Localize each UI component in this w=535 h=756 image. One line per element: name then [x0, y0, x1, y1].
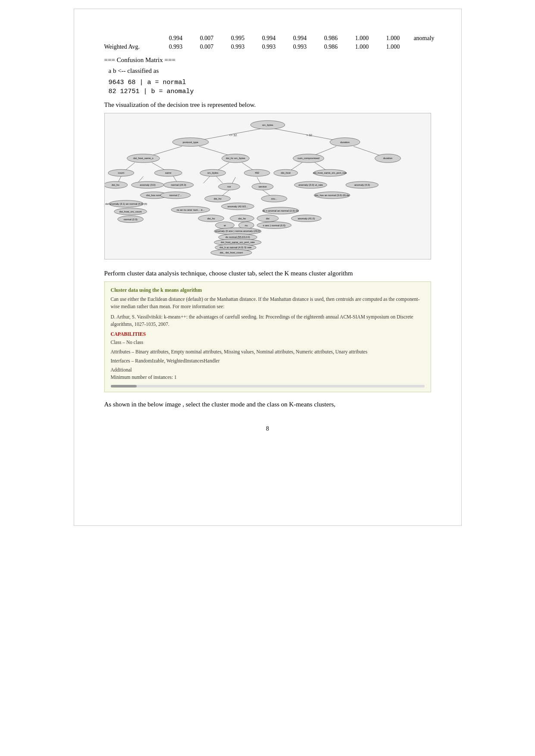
svg-text:dst_host_same_src_port_rate: dst_host_same_src_port_rate [220, 241, 254, 244]
stats-row1-val7: 1.000 [347, 35, 378, 42]
stats-row1-val1: 0.994 [160, 35, 191, 42]
cluster-box-body1: Can use either the Euclidean distance (d… [111, 296, 425, 311]
svg-text:anomaly (3.0): anomaly (3.0) [140, 184, 155, 186]
svg-text:anomaly (4.0): anomaly (4.0) [354, 184, 369, 186]
matrix-row-1: 9643 68 | a = normal [104, 79, 431, 86]
scrollbar-track[interactable] [111, 385, 425, 387]
svg-text:ns an nu anor  num...  d...: ns an nu anor num... d... [176, 209, 204, 211]
svg-text:cou...: cou... [271, 197, 277, 200]
stats-row1-val8: 1.000 [378, 35, 409, 42]
svg-text:src_bytes: src_bytes [262, 124, 273, 126]
svg-text:protocol_type: protocol_type [183, 141, 198, 144]
svg-text:dst_hos an normal (3.0) (0) de: dst_hos an normal (3.0) (0) de [315, 194, 350, 197]
svg-text:<= 32: <= 32 [229, 134, 237, 137]
svg-text:anomaly (41.0): anomaly (41.0) [297, 217, 315, 220]
confusion-matrix-title: === Confusion Matrix === [104, 56, 431, 64]
attributes-label: Attributes – Binary attributes, Empty no… [111, 348, 425, 356]
svg-text:nor: nor [227, 185, 231, 188]
svg-text:dst_ho: dst_ho [207, 217, 215, 220]
svg-text:ar: ar [223, 224, 225, 227]
stats-row1-suffix: anomaly [409, 35, 440, 42]
cluster-box-body2: D. Arthur, S. Vassilvitskii: k-means++: … [111, 313, 425, 328]
capabilities-title: CAPABILITIES [111, 331, 425, 338]
stats-row2-val4: 0.993 [253, 44, 285, 50]
stats-row1-val2: 0.007 [191, 35, 222, 42]
svg-text:o  ano  ) normal (0.0): o ano ) normal (0.0) [263, 224, 285, 227]
svg-text:dst anomaly (3.1) an normal (4: dst anomaly (3.1) an normal (4.0) (0) [105, 203, 147, 205]
matrix-row-2: 82 12751 | b = anomaly [104, 88, 431, 95]
decision-tree-svg: <= 32 > 32 src_bytes protocol_type durat… [105, 113, 431, 259]
svg-text:anomaly (3.0) ut_rate: anomaly (3.0) ut_rate [298, 184, 323, 186]
tree-caption: The visualization of the decision tree i… [104, 101, 431, 109]
classified-as-label: a b <-- classified as [104, 67, 431, 75]
stats-row1-val5: 0.994 [285, 35, 316, 42]
svg-text:ds   normal (55.0/12.0): ds normal (55.0/12.0) [225, 236, 250, 238]
svg-text:normal (24.0): normal (24.0) [171, 184, 186, 186]
svg-text:dst_   dst_host_count: dst_ dst_host_count [219, 251, 243, 254]
stats-row2-val3: 0.993 [222, 44, 253, 50]
svg-text:492: 492 [255, 172, 260, 174]
svg-text:num_compromised: num_compromised [297, 157, 319, 159]
stats-section: 0.994 0.007 0.995 0.994 0.994 0.986 1.00… [104, 35, 431, 50]
stats-row2-val5: 0.993 [285, 44, 316, 50]
svg-text:dst_host_same_s: dst_host_same_s [133, 157, 153, 159]
svg-text:dst_host_same_src_port_rate: dst_host_same_src_port_rate [313, 172, 347, 174]
stats-row2-val2: 0.007 [191, 44, 222, 50]
cluster-caption: Perform cluster data analysis technique,… [104, 270, 431, 277]
stats-row1-label [104, 35, 160, 42]
stats-row1-val6: 0.986 [316, 35, 347, 42]
page: 0.994 0.007 0.995 0.994 0.994 0.986 1.00… [74, 9, 462, 526]
additional-label: Additional Minimum number of instances: … [111, 366, 425, 381]
svg-text:same: same [165, 172, 171, 174]
scrollbar-thumb[interactable] [111, 385, 137, 387]
stats-row1-val4: 0.994 [253, 35, 285, 42]
cluster-info-box: Cluster data using the k means algorithm… [104, 281, 431, 392]
stats-row2-val6: 0.986 [316, 44, 347, 50]
svg-text:duration: duration [383, 157, 392, 159]
svg-text:ds n anomal an-normal (2.0) (0: ds n anomal an-normal (2.0) (0) [262, 209, 298, 212]
stats-row2-val8: 1.000 [378, 44, 409, 50]
svg-text:anomaly (0 ano ) norma anomaly: anomaly (0 ano ) norma anomaly (29.0) [215, 230, 260, 232]
decision-tree-container: <= 32 > 32 src_bytes protocol_type durat… [104, 113, 431, 259]
svg-line-1 [268, 128, 341, 141]
stats-row1-val3: 0.995 [222, 35, 253, 42]
svg-text:dst_ho: dst_ho [238, 217, 246, 220]
stats-row2-val7: 1.000 [347, 44, 378, 50]
interfaces-label: Interfaces – RandomIzable, WeightedInsta… [111, 357, 425, 365]
svg-text:dst: dst [266, 217, 269, 220]
svg-text:dst_h  ar normal (4.0) 3)  rat: dst_h ar normal (4.0) 3) rate [219, 246, 252, 249]
svg-text:dst_ho: dst_ho [213, 197, 222, 200]
svg-text:dst_hc src_bytes: dst_hc src_bytes [226, 157, 245, 159]
stats-row2-val1: 0.993 [160, 44, 191, 50]
svg-line-37 [203, 176, 210, 183]
svg-text:normal ("...: normal ("... [169, 194, 181, 197]
svg-text:dst_host: dst_host [281, 172, 291, 174]
final-caption: As shown in the below image , select the… [104, 401, 431, 408]
svg-text:> 32: > 32 [306, 134, 312, 137]
svg-text:duration: duration [340, 141, 350, 144]
stats-row-1: 0.994 0.007 0.995 0.994 0.994 0.986 1.00… [104, 35, 431, 42]
page-number: 8 [104, 425, 431, 432]
svg-text:count: count [118, 172, 124, 174]
svg-text:src_bytes: src_bytes [207, 172, 218, 174]
svg-text:dst_ho: dst_ho [111, 184, 119, 186]
class-label: Class – No class [111, 339, 425, 346]
svg-text:dst_host_srv_count: dst_host_srv_count [119, 210, 141, 213]
svg-line-38 [216, 176, 222, 183]
stats-row-2: Weighted Avg. 0.993 0.007 0.993 0.993 0.… [104, 44, 431, 50]
svg-text:anomaly (42.0/2...: anomaly (42.0/2... [227, 205, 248, 208]
svg-text:normal (2.0): normal (2.0) [123, 218, 137, 221]
svg-text:dst_hos norm: dst_hos norm [146, 194, 162, 197]
cluster-box-title: Cluster data using the k means algorithm [111, 286, 425, 294]
svg-text:nu: nu [244, 224, 247, 227]
svg-text:service: service [258, 185, 267, 188]
stats-row2-label: Weighted Avg. [104, 44, 160, 50]
